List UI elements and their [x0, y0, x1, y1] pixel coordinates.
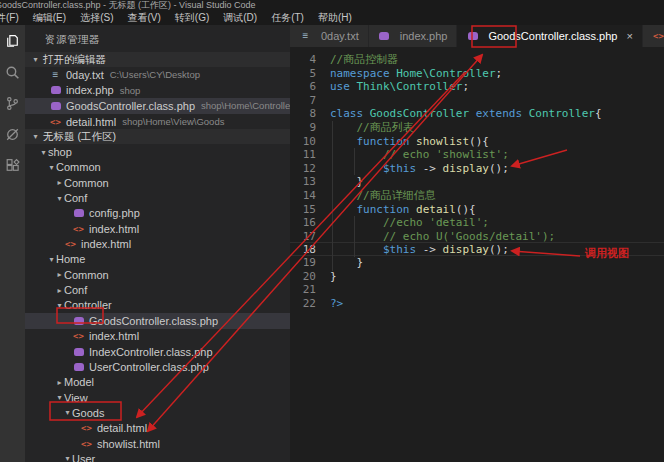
line-number: 7 — [290, 94, 330, 108]
tree-folder-view[interactable]: ▾View — [25, 390, 290, 405]
tree-file-indexcontroller-class-php[interactable]: IndexController.class.php — [25, 344, 290, 359]
menu-item-4[interactable]: 查看(V) — [120, 11, 167, 25]
chevron-down-icon: ▾ — [55, 301, 64, 310]
php-file-icon — [49, 100, 62, 111]
code-line: 17 // echo U('Goods/detail'); — [290, 230, 664, 244]
chevron-down-icon: ▾ — [39, 148, 48, 157]
txt-file-icon: ≡ — [299, 31, 312, 42]
menu-item-3[interactable]: 选择(S) — [73, 11, 120, 25]
code-text: } — [330, 270, 337, 284]
tree-folder-common[interactable]: ▾Common — [25, 160, 290, 175]
tree-item-label: showlist.html — [97, 438, 160, 450]
open-editor-item[interactable]: ≡0day.txtC:\Users\CY\Desktop — [25, 67, 290, 83]
code-line: 9 //商品列表 — [290, 121, 664, 135]
activity-bar — [0, 25, 25, 462]
php-file-icon — [72, 208, 85, 219]
line-number: 8 — [290, 107, 330, 121]
tree-item-label: Common — [64, 177, 109, 189]
tab-label: GoodsController.class.php — [488, 30, 617, 42]
file-path: shop\Home\Controller — [201, 100, 290, 111]
tree-file-showlist-html[interactable]: <>showlist.html — [25, 436, 290, 451]
search-icon[interactable] — [4, 64, 21, 81]
tab-0day-txt[interactable]: ≡0day.txt — [290, 25, 369, 47]
tree-item-label: Common — [56, 161, 101, 173]
tree-item-label: Controller — [64, 299, 112, 311]
code-text: //商品详细信息 — [330, 189, 436, 203]
tab-detail-html[interactable]: <>detail.html — [643, 25, 664, 47]
code-text: function showlist(){ — [330, 135, 489, 149]
tree-item-label: index.html — [89, 223, 139, 235]
code-editor[interactable]: 4//商品控制器5namespace Home\Controller;6use … — [290, 47, 664, 462]
tree-file-index-html[interactable]: <>index.html — [25, 329, 290, 344]
source-control-icon[interactable] — [4, 95, 21, 112]
line-number: 20 — [290, 270, 330, 284]
tree-file-index-html[interactable]: <>index.html — [25, 236, 290, 251]
code-text: $this -> display(); — [330, 162, 509, 176]
tree-file-index-html[interactable]: <>index.html — [25, 221, 290, 236]
tree-folder-conf[interactable]: ▸Conf — [25, 282, 290, 297]
tab-label: index.php — [400, 30, 448, 42]
tab-index-php[interactable]: index.php — [369, 25, 458, 47]
menu-item-6[interactable]: 调试(D) — [216, 11, 264, 25]
code-line: 14 //商品详细信息 — [290, 189, 664, 203]
code-line: 18 $this -> display(); — [290, 242, 664, 256]
code-line: 15 function detail(){ — [290, 203, 664, 217]
html-file-icon: <> — [64, 239, 77, 250]
line-number: 19 — [290, 256, 330, 270]
menu-item-7[interactable]: 任务(T) — [264, 11, 311, 25]
indent-guide — [354, 216, 355, 257]
html-file-icon: <> — [72, 223, 85, 234]
explorer-header: 资源管理器 — [25, 25, 290, 52]
txt-file-icon: ≡ — [49, 69, 62, 80]
explorer-icon[interactable] — [4, 33, 21, 50]
line-number: 17 — [290, 230, 330, 244]
chevron-right-icon: ▸ — [55, 178, 64, 187]
tree-folder-model[interactable]: ▸Model — [25, 375, 290, 390]
tree-item-label: IndexController.class.php — [89, 346, 213, 358]
code-text: ?> — [330, 297, 343, 311]
code-line: 11 // echo 'showlist'; — [290, 148, 664, 162]
tree-folder-home[interactable]: ▾Home — [25, 252, 290, 267]
tree-folder-controller[interactable]: ▾Controller — [25, 298, 290, 313]
menu-item-2[interactable]: 编辑(E) — [26, 11, 73, 25]
open-editors-list: ≡0day.txtC:\Users\CY\Desktopindex.phpsho… — [25, 67, 290, 129]
open-editors-section[interactable]: ▾ 打开的编辑器 — [25, 52, 290, 67]
tree-file-detail-html[interactable]: <>detail.html — [25, 421, 290, 436]
tab-goodscontroller-class-php[interactable]: GoodsController.class.php× — [457, 25, 642, 47]
tree-item-label: index.html — [81, 238, 131, 250]
open-editor-item[interactable]: <>detail.htmlshop\Home\View\Goods — [25, 114, 290, 130]
chevron-down-icon: ▾ — [55, 194, 64, 203]
line-number: 13 — [290, 175, 330, 189]
open-editor-item[interactable]: GoodsController.class.phpshop\Home\Contr… — [25, 98, 290, 114]
tree-item-label: index.html — [89, 330, 139, 342]
file-name: detail.html — [66, 116, 116, 128]
open-editor-item[interactable]: index.phpshop — [25, 83, 290, 99]
tree-folder-common[interactable]: ▸Common — [25, 267, 290, 282]
debug-icon[interactable] — [4, 126, 21, 143]
tree-folder-shop[interactable]: ▾shop — [25, 144, 290, 159]
tab-close-icon[interactable]: × — [626, 30, 632, 42]
file-name: index.php — [66, 84, 114, 96]
menu-item-5[interactable]: 转到(G) — [168, 11, 216, 25]
tree-folder-common[interactable]: ▸Common — [25, 175, 290, 190]
html-file-icon: <> — [72, 331, 85, 342]
extensions-icon[interactable] — [4, 157, 21, 174]
tree-folder-user[interactable]: ▾User — [25, 451, 290, 462]
tree-file-config-php[interactable]: config.php — [25, 206, 290, 221]
tree-file-goodscontroller-class-php[interactable]: GoodsController.class.php — [25, 313, 290, 328]
php-file-icon — [72, 361, 85, 372]
tree-folder-goods[interactable]: ▾Goods — [25, 405, 290, 420]
code-text: } — [330, 175, 363, 189]
menu-item-8[interactable]: 帮助(H) — [311, 11, 359, 25]
code-line: 19 } — [290, 256, 664, 270]
code-text: } — [330, 256, 363, 270]
line-number: 12 — [290, 162, 330, 176]
html-file-icon: <> — [49, 116, 62, 127]
tree-folder-conf[interactable]: ▾Conf — [25, 190, 290, 205]
menu-item-1[interactable]: 文件(F) — [0, 11, 26, 25]
workspace-section[interactable]: ▾ 无标题 (工作区) — [25, 129, 290, 144]
tree-file-usercontroller-class-php[interactable]: UserController.class.php — [25, 359, 290, 374]
code-text: // echo 'showlist'; — [330, 148, 509, 162]
line-number: 16 — [290, 216, 330, 230]
line-number: 11 — [290, 148, 330, 162]
